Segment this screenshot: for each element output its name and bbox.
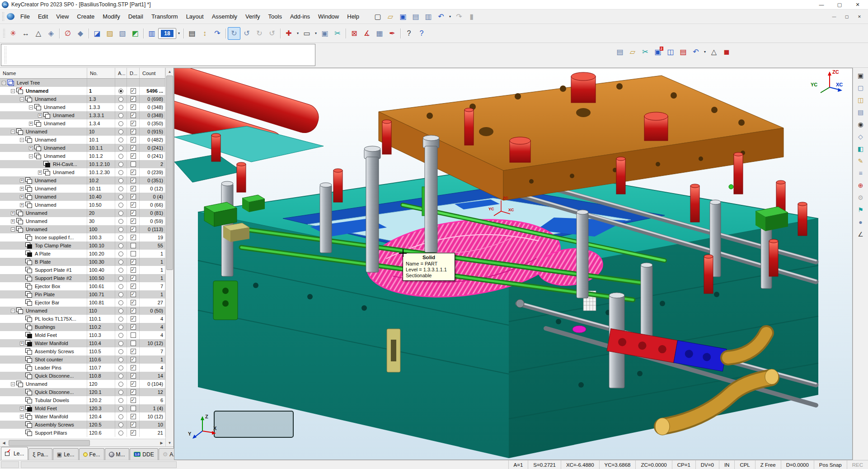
level-name[interactable]: Top Clamp Plate bbox=[35, 243, 71, 248]
panel-tab[interactable]: DDE bbox=[130, 448, 158, 460]
display-checkbox[interactable] bbox=[131, 300, 136, 305]
level-number[interactable]: 100.50 bbox=[87, 274, 115, 282]
active-radio[interactable] bbox=[118, 284, 123, 289]
level-name[interactable]: Unnamed bbox=[35, 194, 56, 199]
level-number[interactable]: 10.2 bbox=[87, 176, 115, 185]
tree-row[interactable]: RH-Cavit... 10.1.2.10 2 bbox=[0, 160, 165, 168]
toolbar-button[interactable]: ◼ bbox=[720, 46, 733, 58]
toolbar-button[interactable]: △ bbox=[708, 46, 720, 58]
level-name[interactable]: Unnamed bbox=[44, 145, 66, 151]
display-checkbox[interactable] bbox=[131, 292, 136, 297]
active-radio[interactable] bbox=[118, 374, 123, 379]
display-checkbox[interactable] bbox=[131, 332, 136, 338]
mdi-minimize-button[interactable]: — bbox=[829, 13, 839, 20]
tree-row[interactable]: Unnamed 100 0 (113) bbox=[0, 225, 165, 233]
active-radio[interactable] bbox=[118, 317, 123, 322]
tree-row[interactable]: Unnamed 1.3.4 0 (350) bbox=[0, 119, 165, 128]
panel-tab[interactable]: Le... bbox=[1, 447, 28, 460]
display-checkbox[interactable] bbox=[131, 218, 136, 224]
expand-toggle[interactable] bbox=[20, 203, 24, 207]
toolbar-button[interactable]: ▢ bbox=[371, 10, 384, 23]
display-checkbox[interactable] bbox=[131, 129, 136, 134]
display-checkbox[interactable] bbox=[131, 341, 136, 346]
display-checkbox[interactable] bbox=[131, 275, 136, 281]
tree-row[interactable]: Incoe supplied f... 100.3 19 bbox=[0, 233, 165, 242]
status-field[interactable]: CPL bbox=[734, 460, 755, 469]
active-radio[interactable] bbox=[118, 349, 123, 354]
menu-item[interactable]: Layout bbox=[182, 11, 208, 22]
level-number[interactable]: 10.40 bbox=[87, 193, 115, 201]
tree-row[interactable]: Unnamed 10.11 0 (12) bbox=[0, 185, 165, 193]
display-checkbox[interactable] bbox=[131, 267, 136, 273]
tree-row[interactable]: Water Manifold 120.4 10 (12) bbox=[0, 412, 165, 421]
toolbar-button[interactable]: ▭ bbox=[300, 27, 313, 40]
active-radio[interactable] bbox=[118, 219, 123, 224]
toolbar-button[interactable]: ✎ bbox=[854, 155, 867, 167]
toolbar-button[interactable]: ◉ bbox=[854, 118, 867, 130]
tree-row[interactable]: Support Plate #2 100.50 1 bbox=[0, 274, 165, 282]
level-name[interactable]: Unnamed bbox=[26, 129, 47, 134]
level-name[interactable]: Unnamed bbox=[53, 113, 75, 118]
level-number[interactable]: 10.1.2 bbox=[87, 152, 115, 160]
close-button[interactable]: ✕ bbox=[849, 0, 866, 9]
toolbar-button[interactable]: ◫ bbox=[664, 46, 677, 58]
status-field[interactable]: XC=-6.4880 bbox=[561, 460, 599, 469]
menu-item[interactable]: Window bbox=[314, 11, 343, 22]
active-radio[interactable] bbox=[118, 365, 123, 370]
display-checkbox[interactable] bbox=[131, 389, 136, 395]
active-radio[interactable] bbox=[118, 186, 123, 191]
display-checkbox[interactable] bbox=[131, 381, 136, 387]
active-radio[interactable] bbox=[118, 390, 123, 395]
level-number[interactable]: 10.1 bbox=[87, 136, 115, 144]
level-name[interactable]: Unnamed bbox=[26, 227, 47, 232]
level-name[interactable]: B Plate bbox=[35, 259, 51, 265]
active-radio[interactable] bbox=[118, 406, 123, 411]
tree-row[interactable]: Support Plate #1 100.40 1 bbox=[0, 266, 165, 274]
toolbar-button[interactable]: ⊕ bbox=[854, 180, 867, 191]
active-radio[interactable] bbox=[118, 227, 123, 232]
display-checkbox[interactable] bbox=[131, 104, 136, 110]
menu-item[interactable]: Tools bbox=[264, 11, 286, 22]
level-number[interactable]: 120 bbox=[87, 380, 115, 388]
level-name[interactable]: Unnamed bbox=[35, 186, 56, 191]
active-radio[interactable] bbox=[118, 89, 123, 94]
active-radio[interactable] bbox=[118, 300, 123, 305]
toolbar-button[interactable]: ▾ bbox=[447, 10, 453, 23]
level-name[interactable]: Support Plate #1 bbox=[35, 267, 72, 273]
toolbar-button[interactable]: ◩ bbox=[129, 27, 141, 40]
toolbar-button[interactable]: ✚ bbox=[282, 27, 295, 40]
active-radio[interactable] bbox=[118, 341, 123, 346]
toolbar-button[interactable]: ▨ bbox=[103, 27, 116, 40]
status-field[interactable]: CP=1 bbox=[672, 460, 695, 469]
display-checkbox[interactable] bbox=[131, 414, 136, 419]
active-radio[interactable] bbox=[118, 414, 123, 419]
expand-toggle[interactable] bbox=[11, 309, 15, 313]
toolbar-button[interactable]: ▱ bbox=[384, 10, 397, 23]
display-checkbox[interactable] bbox=[131, 259, 136, 265]
display-checkbox[interactable] bbox=[131, 316, 136, 322]
toolbar-button[interactable]: ◪ bbox=[91, 27, 103, 40]
display-checkbox[interactable] bbox=[131, 365, 136, 370]
display-checkbox[interactable] bbox=[131, 161, 136, 167]
tree-row[interactable]: Ejector Box 100.61 7 bbox=[0, 282, 165, 290]
toolbar-button[interactable]: ✳ bbox=[7, 27, 19, 40]
active-radio[interactable] bbox=[118, 235, 123, 240]
toolbar-button[interactable]: 18 bbox=[158, 28, 176, 39]
level-number[interactable] bbox=[87, 79, 115, 87]
tree-row[interactable]: PL locks TL175X... 110.1 4 bbox=[0, 315, 165, 323]
toolbar-button[interactable] bbox=[278, 28, 282, 39]
display-checkbox[interactable] bbox=[131, 284, 136, 289]
active-radio[interactable] bbox=[118, 194, 123, 199]
toolbar-button[interactable]: ▾ bbox=[295, 27, 300, 40]
horizontal-scroll-thumb[interactable] bbox=[9, 440, 90, 446]
level-number[interactable]: 100.71 bbox=[87, 290, 115, 298]
tree-row[interactable]: Assembly Screws 120.5 10 bbox=[0, 421, 165, 429]
expand-toggle[interactable] bbox=[29, 105, 33, 109]
toolbar-button[interactable]: ◈ bbox=[45, 27, 57, 40]
command-prompt-input[interactable] bbox=[8, 44, 306, 66]
toolbar-button[interactable]: ▥ bbox=[422, 10, 435, 23]
active-radio[interactable] bbox=[118, 154, 123, 159]
toolbar-button[interactable]: ▤ bbox=[677, 46, 690, 58]
display-checkbox[interactable] bbox=[131, 145, 136, 151]
display-checkbox[interactable] bbox=[131, 243, 136, 248]
